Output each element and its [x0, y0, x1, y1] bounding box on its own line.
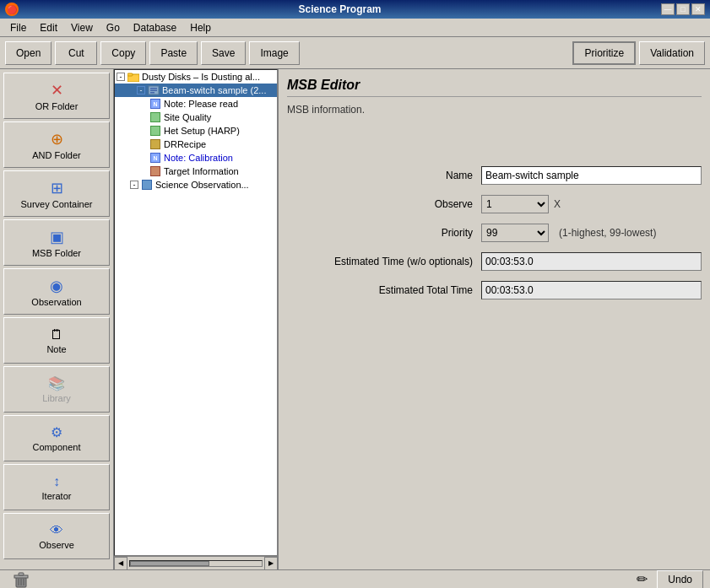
priority-select[interactable]: 99 1 50 — [481, 224, 549, 242]
estimated-time-input[interactable] — [481, 252, 702, 271]
estimated-time-row: Estimated Time (w/o optionals) — [287, 252, 702, 271]
library-icon: 📚 — [48, 375, 65, 391]
and-folder-icon: ⊕ — [51, 130, 63, 148]
library-button[interactable]: 📚 Library — [3, 366, 110, 413]
note-icon: 🗒 — [50, 327, 63, 343]
or-folder-button[interactable]: ✕ OR Folder — [3, 73, 110, 119]
note-label: Note — [46, 344, 66, 354]
note-calibration-icon: N — [149, 152, 162, 164]
component-icon: ⚙ — [51, 424, 62, 440]
tree-label-note2: Note: Calibration — [164, 153, 233, 163]
copy-button[interactable]: Copy — [100, 41, 146, 65]
tree-item-root[interactable]: - Dusty Disks – Is Dusting al... — [115, 70, 277, 84]
menu-database[interactable]: Database — [127, 20, 183, 35]
svg-rect-4 — [150, 90, 157, 92]
menu-go[interactable]: Go — [100, 20, 127, 35]
svg-rect-3 — [150, 88, 157, 89]
tree-label-target: Target Information — [164, 166, 239, 176]
msb-form: Name Observe 1 2 3 X Priority — [287, 166, 702, 299]
priority-select-wrapper: 99 1 50 (1-highest, 99-lowest) — [481, 224, 656, 242]
observe-row: Observe 1 2 3 X — [287, 195, 702, 213]
target-info-icon — [149, 165, 162, 177]
scroll-left-button[interactable]: ◀ — [114, 557, 127, 570]
scroll-track[interactable] — [129, 560, 263, 567]
minimize-button[interactable]: — — [661, 3, 675, 15]
science-obs-icon — [140, 179, 154, 191]
note-button[interactable]: 🗒 Note — [3, 317, 110, 364]
name-label: Name — [287, 170, 473, 181]
main-content: ✕ OR Folder ⊕ AND Folder ⊞ Survey Contai… — [0, 69, 710, 569]
msb-folder-button[interactable]: ▣ MSB Folder — [3, 219, 110, 266]
tree-horizontal-scrollbar[interactable]: ◀ ▶ — [114, 556, 278, 569]
component-label: Component — [33, 442, 81, 452]
paste-button[interactable]: Paste — [149, 41, 198, 65]
observation-button[interactable]: ◉ Observation — [3, 268, 110, 315]
or-folder-label: OR Folder — [35, 101, 79, 111]
estimated-total-label: Estimated Total Time — [287, 284, 473, 296]
note-blue-icon: N — [149, 98, 162, 110]
tree-label-root: Dusty Disks – Is Dusting al... — [142, 72, 260, 82]
observe-select[interactable]: 1 2 3 — [481, 195, 549, 213]
save-button[interactable]: Save — [201, 41, 246, 65]
cut-button[interactable]: Cut — [55, 41, 97, 65]
tree-item-het[interactable]: Het Setup (HARP) — [115, 124, 277, 138]
msb-icon — [147, 84, 160, 96]
tree-label-msb: Beam-switch sample (2... — [162, 85, 266, 95]
name-row: Name — [287, 166, 702, 185]
tree-item-note1[interactable]: N Note: Please read — [115, 97, 277, 111]
menu-file[interactable]: File — [3, 20, 33, 35]
tree-toggle-msb[interactable]: - — [137, 86, 145, 94]
estimated-total-input[interactable] — [481, 281, 702, 299]
site-quality-icon — [149, 111, 162, 123]
and-folder-label: AND Folder — [32, 150, 80, 160]
undo-button[interactable]: Undo — [657, 570, 703, 589]
tree-item-sciobs[interactable]: - Science Observation... — [115, 178, 277, 192]
iterator-button[interactable]: ↕ Iterator — [3, 464, 110, 510]
priority-label: Priority — [287, 227, 473, 239]
menu-edit[interactable]: Edit — [33, 20, 64, 35]
observe-label: Observe — [287, 198, 473, 210]
menu-view[interactable]: View — [64, 20, 100, 35]
tree-panel[interactable]: - Dusty Disks – Is Dusting al... - — [114, 69, 278, 556]
title-bar: 🔴 Science Program — □ ✕ — [0, 0, 710, 19]
and-folder-button[interactable]: ⊕ AND Folder — [3, 121, 110, 168]
folder-icon — [127, 71, 140, 83]
close-button[interactable]: ✕ — [691, 3, 705, 15]
survey-container-button[interactable]: ⊞ Survey Container — [3, 170, 110, 217]
tree-label-dr: DRRecipe — [164, 139, 206, 149]
open-button[interactable]: Open — [5, 41, 51, 65]
msb-folder-label: MSB Folder — [32, 248, 81, 258]
observation-icon: ◉ — [50, 277, 63, 295]
observe-select-wrapper: 1 2 3 X — [481, 195, 561, 213]
sidebar: ✕ OR Folder ⊕ AND Folder ⊞ Survey Contai… — [0, 69, 114, 569]
pencil-icon: ✏ — [633, 571, 650, 588]
priority-row: Priority 99 1 50 (1-highest, 99-lowest) — [287, 224, 702, 242]
status-bar: ✏ Undo — [0, 569, 710, 588]
svg-rect-5 — [150, 92, 154, 94]
tree-item-dr[interactable]: DRRecipe — [115, 138, 277, 151]
observe-button[interactable]: 👁 Observe — [3, 513, 110, 559]
observation-label: Observation — [31, 297, 81, 307]
prioritize-button[interactable]: Prioritize — [572, 41, 636, 65]
tree-toggle-sciobs[interactable]: - — [130, 181, 138, 189]
name-input[interactable] — [481, 166, 702, 185]
tree-item-note2[interactable]: N Note: Calibration — [115, 151, 277, 165]
window-title: Science Program — [19, 3, 661, 15]
scroll-right-button[interactable]: ▶ — [264, 557, 278, 570]
tree-item-msb[interactable]: - Beam-switch sample (2... — [115, 84, 277, 97]
maximize-button[interactable]: □ — [676, 3, 690, 15]
validation-button[interactable]: Validation — [639, 41, 705, 65]
priority-hint: (1-highest, 99-lowest) — [559, 227, 656, 239]
window-controls[interactable]: — □ ✕ — [661, 3, 705, 15]
msb-info-text: MSB information. — [287, 104, 702, 116]
tree-item-site[interactable]: Site Quality — [115, 111, 277, 124]
menu-help[interactable]: Help — [183, 20, 218, 35]
observe-x-button[interactable]: X — [554, 198, 561, 210]
iterator-icon: ↕ — [53, 474, 60, 489]
tree-toggle-root[interactable]: - — [117, 73, 125, 81]
msb-folder-icon: ▣ — [50, 228, 64, 246]
het-setup-icon — [149, 125, 162, 137]
component-button[interactable]: ⚙ Component — [3, 415, 110, 461]
tree-item-target[interactable]: Target Information — [115, 165, 277, 178]
image-button[interactable]: Image — [249, 41, 299, 65]
